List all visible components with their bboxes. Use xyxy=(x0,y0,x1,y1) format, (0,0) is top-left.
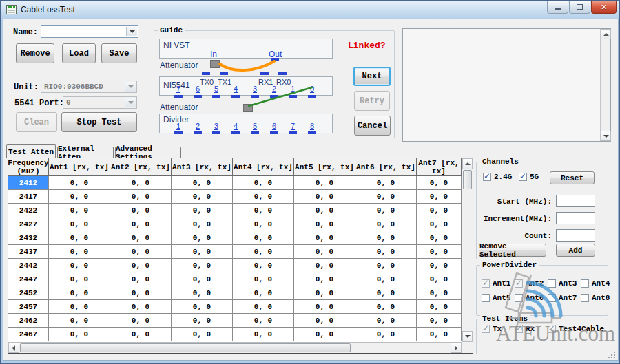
vst-in-port[interactable]: In xyxy=(210,50,217,59)
atten-cell[interactable]: 0, 0 xyxy=(172,176,233,190)
atten-cell[interactable]: 0, 0 xyxy=(172,328,233,341)
atten-cell[interactable]: 0, 0 xyxy=(294,204,355,217)
vst-out-port[interactable]: Out xyxy=(269,50,282,59)
remove-button[interactable]: Remove xyxy=(16,43,54,63)
scroll-up-button[interactable] xyxy=(462,158,473,169)
tab-test-atten[interactable]: Test Atten xyxy=(6,144,56,158)
atten-cell[interactable]: 0, 0 xyxy=(417,272,462,286)
atten-cell[interactable]: 0, 0 xyxy=(172,204,233,217)
atten-cell[interactable]: 0, 0 xyxy=(49,300,110,314)
checkbox-test4cable[interactable]: Test4Cable xyxy=(548,325,604,333)
increment-mhz-input[interactable] xyxy=(556,212,595,224)
atten-cell[interactable]: 0, 0 xyxy=(355,204,417,217)
atten-cell[interactable]: 0, 0 xyxy=(294,176,355,190)
atten-cell[interactable]: 0, 0 xyxy=(355,314,417,328)
atten-cell[interactable]: 0, 0 xyxy=(294,272,355,286)
listbox-scrollbar[interactable] xyxy=(600,29,610,141)
frequency-cell[interactable]: 2432 xyxy=(8,231,49,245)
atten-cell[interactable]: 0, 0 xyxy=(172,231,233,245)
atten-cell[interactable]: 0, 0 xyxy=(172,286,233,300)
frequency-cell[interactable]: 2452 xyxy=(8,286,49,300)
next-button[interactable]: Next xyxy=(353,67,391,86)
checkbox-ant7[interactable]: Ant7 xyxy=(548,294,577,302)
count-input[interactable] xyxy=(556,229,595,242)
atten-cell[interactable]: 0, 0 xyxy=(49,231,110,245)
table-vscrollbar[interactable] xyxy=(462,158,473,342)
frequency-cell[interactable]: 2447 xyxy=(8,272,49,286)
checkbox-ant4[interactable]: Ant4 xyxy=(581,279,610,288)
atten-cell[interactable]: 0, 0 xyxy=(417,245,462,259)
ni5541-port-number[interactable]: 6 xyxy=(193,85,203,93)
frequency-cell[interactable]: 2442 xyxy=(8,259,49,272)
atten-cell[interactable]: 0, 0 xyxy=(233,314,294,328)
scroll-up-button[interactable] xyxy=(601,29,611,39)
frequency-cell[interactable]: 2417 xyxy=(8,190,49,204)
scroll-down-button[interactable] xyxy=(462,331,473,342)
atten-cell[interactable]: 0, 0 xyxy=(355,300,417,314)
atten-cell[interactable]: 0, 0 xyxy=(355,245,417,259)
checkbox-rx[interactable]: Rx xyxy=(515,325,535,333)
atten-cell[interactable]: 0, 0 xyxy=(294,259,355,272)
atten-cell[interactable]: 0, 0 xyxy=(417,190,462,204)
atten-cell[interactable]: 0, 0 xyxy=(49,286,110,300)
atten-cell[interactable]: 0, 0 xyxy=(110,328,172,341)
frequency-cell[interactable]: 2457 xyxy=(8,300,49,314)
ni5541-port-number[interactable]: 0 xyxy=(307,85,317,93)
checkbox-ant1[interactable]: Ant1 xyxy=(482,279,510,288)
atten-cell[interactable]: 0, 0 xyxy=(110,314,172,328)
atten-cell[interactable]: 0, 0 xyxy=(233,328,294,341)
atten-cell[interactable]: 0, 0 xyxy=(417,286,462,300)
divider-port-number[interactable]: 3 xyxy=(211,122,221,130)
save-button[interactable]: Save xyxy=(101,43,137,63)
atten-cell[interactable]: 0, 0 xyxy=(172,217,233,231)
name-combobox-arrow[interactable] xyxy=(126,27,137,36)
atten-cell[interactable]: 0, 0 xyxy=(233,217,294,231)
atten-cell[interactable]: 0, 0 xyxy=(49,328,110,341)
add-button[interactable]: Add xyxy=(556,244,595,257)
frequency-cell[interactable]: 2437 xyxy=(8,245,49,259)
frequency-cell[interactable]: 2427 xyxy=(8,217,49,231)
divider-port-number[interactable]: 4 xyxy=(231,122,240,130)
checkbox-ant6[interactable]: Ant6 xyxy=(515,294,544,302)
atten-cell[interactable]: 0, 0 xyxy=(294,245,355,259)
atten-cell[interactable]: 0, 0 xyxy=(233,272,294,286)
atten-cell[interactable]: 0, 0 xyxy=(417,259,462,272)
column-header[interactable]: Ant4 [rx, tx] xyxy=(233,158,294,176)
atten-cell[interactable]: 0, 0 xyxy=(417,328,462,341)
minimize-button[interactable] xyxy=(547,1,568,14)
scroll-right-button[interactable] xyxy=(451,343,462,353)
atten-cell[interactable]: 0, 0 xyxy=(355,176,417,190)
load-button[interactable]: Load xyxy=(62,43,96,63)
atten-cell[interactable]: 0, 0 xyxy=(110,190,172,204)
atten-cell[interactable]: 0, 0 xyxy=(294,314,355,328)
frequency-cell[interactable]: 2412 xyxy=(8,176,49,190)
atten-cell[interactable]: 0, 0 xyxy=(110,176,172,190)
ni5541-port-number[interactable]: 1 xyxy=(288,85,298,93)
atten-cell[interactable]: 0, 0 xyxy=(355,259,417,272)
atten-cell[interactable]: 0, 0 xyxy=(172,272,233,286)
atten-cell[interactable]: 0, 0 xyxy=(417,204,462,217)
atten-cell[interactable]: 0, 0 xyxy=(233,204,294,217)
atten-cell[interactable]: 0, 0 xyxy=(233,286,294,300)
name-combobox[interactable] xyxy=(41,25,138,38)
scroll-left-button[interactable] xyxy=(8,343,19,353)
atten-cell[interactable]: 0, 0 xyxy=(294,286,355,300)
atten-cell[interactable]: 0, 0 xyxy=(49,204,110,217)
atten-cell[interactable]: 0, 0 xyxy=(233,245,294,259)
column-header[interactable]: Ant1 [rx, tx] xyxy=(49,158,110,176)
atten-cell[interactable]: 0, 0 xyxy=(355,328,417,341)
checkbox-tx[interactable]: Tx xyxy=(482,325,502,333)
ni5541-port-number[interactable]: 7 xyxy=(174,85,183,93)
divider-port-number[interactable]: 2 xyxy=(193,122,203,130)
divider-port-number[interactable]: 7 xyxy=(288,122,298,130)
cancel-button[interactable]: Cancel xyxy=(354,116,391,136)
atten-cell[interactable]: 0, 0 xyxy=(49,245,110,259)
ni5541-port-number[interactable]: 3 xyxy=(250,85,260,93)
hscroll-thumb[interactable] xyxy=(20,343,351,352)
atten-cell[interactable]: 0, 0 xyxy=(417,314,462,328)
checkbox-ant3[interactable]: Ant3 xyxy=(548,279,577,288)
checkbox-ant8[interactable]: Ant8 xyxy=(581,294,610,302)
reset-button[interactable]: Reset xyxy=(550,171,595,184)
resize-grip[interactable] xyxy=(608,351,616,359)
atten-cell[interactable]: 0, 0 xyxy=(110,286,172,300)
